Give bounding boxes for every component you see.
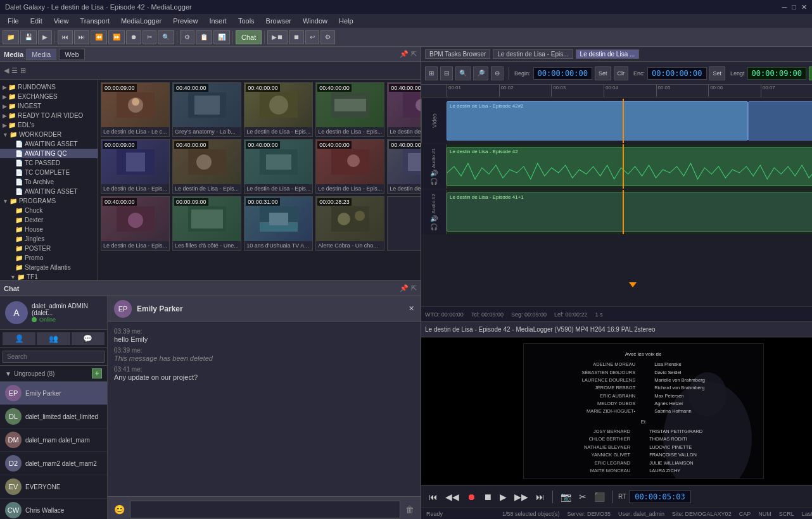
delete-message-button[interactable]: 🗑 xyxy=(403,503,417,516)
menu-tools[interactable]: Tools xyxy=(233,16,260,26)
preview-clip-btn[interactable]: ✂ xyxy=(576,491,589,503)
audio1-speaker-btn[interactable]: 🔊 xyxy=(430,170,438,177)
thumb-14[interactable]: 00:00:28:23 Alerte Cobra - Un cho... xyxy=(315,196,384,251)
toolbar-btn-3[interactable]: ▶ xyxy=(38,30,52,44)
toolbar-btn-8[interactable]: ⏺ xyxy=(126,30,141,44)
thumb-5[interactable]: 00:40:00:00 Le destin de Lisa - Epis... xyxy=(387,82,421,137)
tree-item-awaiting-asset2[interactable]: 📄 AWAITING ASSET xyxy=(0,187,98,196)
menu-view[interactable]: View xyxy=(49,16,74,26)
thumb-11[interactable]: 00:40:00:00 Le destin de Lisa - Epis... xyxy=(101,196,170,251)
toolbar-btn-11[interactable]: ⚙ xyxy=(180,30,194,44)
thumb-7[interactable]: 00:40:00:00 Le destin de Lisa - Epis... xyxy=(172,139,241,194)
chat-tab-rooms[interactable]: 💬 xyxy=(72,332,105,345)
tl-tab-bpm[interactable]: BPM Tasks Browser xyxy=(425,49,490,59)
preview-next-frame-btn[interactable]: ⏭ xyxy=(533,491,547,503)
tree-item-jingles[interactable]: 📁 Jingles xyxy=(0,234,98,244)
toolbar-btn-2[interactable]: 💾 xyxy=(20,30,37,44)
toolbar-btn-15[interactable]: ⏹ xyxy=(289,30,304,44)
audio1-clip[interactable]: Le destin de Lisa - Episode 42 xyxy=(447,147,812,186)
menu-transport[interactable]: Transport xyxy=(75,16,115,26)
length-btn[interactable]: ▶ xyxy=(809,66,812,80)
video-track-content[interactable]: Le destin de Lisa - Episode 42#2 xyxy=(447,99,812,143)
minimize-btn[interactable]: ─ xyxy=(782,3,787,11)
media-tab-media[interactable]: Media xyxy=(26,49,56,60)
add-contact-button[interactable]: + xyxy=(92,368,102,378)
preview-mark-btn[interactable]: ⬛ xyxy=(592,491,607,503)
tree-item-ingest[interactable]: ▶📁 INGEST xyxy=(0,101,98,111)
preview-stop-btn[interactable]: ⏹ xyxy=(481,491,495,503)
thumb-8[interactable]: 00:40:00:00 Le destin de Lisa - Epis... xyxy=(244,139,313,194)
chat-button[interactable]: Chat xyxy=(236,30,262,44)
contact-chris-wallace[interactable]: CW Chris Wallace xyxy=(0,499,107,519)
audio1-headphone-btn[interactable]: 🎧 xyxy=(430,178,438,185)
menu-insert[interactable]: Insert xyxy=(204,16,232,26)
tl-btn-zoom-in[interactable]: 🔎 xyxy=(473,66,488,80)
toolbar-btn-1[interactable]: 📁 xyxy=(3,30,19,44)
thumb-4[interactable]: 00:40:00:00 Le destin de Lisa - Epis... xyxy=(315,82,384,137)
begin-set-btn[interactable]: Set xyxy=(595,66,611,80)
thumb-1[interactable]: 00:00:09:00 Le destin de Lisa - Le c... xyxy=(101,82,170,137)
toolbar-btn-7[interactable]: ⏩ xyxy=(108,30,125,44)
media-tab-web[interactable]: Web xyxy=(59,49,84,60)
media-pin-icon[interactable]: 📌 xyxy=(400,50,409,58)
chat-tab-groups[interactable]: 👥 xyxy=(37,332,70,345)
close-btn[interactable]: ✕ xyxy=(801,3,807,11)
end-set-btn[interactable]: Set xyxy=(709,66,726,80)
tree-item-tc-complete[interactable]: 📄 TC COMPLETE xyxy=(0,168,98,177)
message-input[interactable] xyxy=(130,501,400,518)
emoji-button[interactable]: 😊 xyxy=(111,503,127,516)
tree-item-to-archive[interactable]: 📄 To Archive xyxy=(0,177,98,187)
contact-everyone[interactable]: EV EVERYONE xyxy=(0,475,107,499)
toolbar-btn-4[interactable]: ⏮ xyxy=(58,30,73,44)
tree-item-chuck[interactable]: 📁 Chuck xyxy=(0,206,98,215)
chat-pin-icon[interactable]: 📌 xyxy=(400,284,409,292)
audio1-track-content[interactable]: Le destin de Lisa - Episode 42 xyxy=(447,144,812,189)
tl-btn-in[interactable]: ⊞ xyxy=(425,66,438,80)
tree-item-programs[interactable]: ▼📁 PROGRAMS xyxy=(0,196,98,206)
toolbar-btn-12[interactable]: 📋 xyxy=(196,30,212,44)
tree-item-dexter[interactable]: 📁 Dexter xyxy=(0,215,98,225)
audio2-clip[interactable]: Le destin de Lisa - Episode 41+1 xyxy=(447,192,812,232)
menu-browser[interactable]: Browser xyxy=(261,16,296,26)
chat-tab-users[interactable]: 👤 xyxy=(3,332,35,345)
toolbar-btn-10[interactable]: 🔍 xyxy=(158,30,174,44)
audio2-track-content[interactable]: Le destin de Lisa - Episode 41+1 xyxy=(447,190,812,234)
tree-item-house[interactable]: 📁 House xyxy=(0,225,98,234)
tl-btn-zoom-out[interactable]: ⊖ xyxy=(491,66,504,80)
tree-item-rundowns[interactable]: ▶📁 RUNDOWNS xyxy=(0,82,98,92)
contact-dalet-limited[interactable]: DL dalet_limited dalet_limited xyxy=(0,405,107,428)
tl-btn-zoom[interactable]: 🔍 xyxy=(455,66,471,80)
menu-file[interactable]: File xyxy=(3,16,24,26)
thumb-3[interactable]: 00:40:00:00 Le destin de Lisa - Epis... xyxy=(244,82,313,137)
toolbar-btn-17[interactable]: ⚙ xyxy=(320,30,335,44)
contact-dalet-mam[interactable]: DM dalet_mam dalet_mam xyxy=(0,428,107,452)
thumb-10[interactable]: 00:40:00:00 Le destin de Lisa - Epis... xyxy=(387,139,421,194)
toolbar-btn-9[interactable]: ✂ xyxy=(143,30,156,44)
toolbar-btn-5[interactable]: ⏭ xyxy=(74,30,89,44)
tree-item-edls[interactable]: ▶📁 EDL's xyxy=(0,120,98,130)
audio2-headphone-btn[interactable]: 🎧 xyxy=(430,223,438,230)
nav-grid-icon[interactable]: ⊞ xyxy=(20,66,26,75)
contact-emily-parker[interactable]: EP Emily Parker xyxy=(0,382,107,405)
chat-expand-icon[interactable]: ⇱ xyxy=(411,284,417,292)
tree-item-tc-passed[interactable]: 📄 TC PASSED xyxy=(0,158,98,168)
tl-tab-ep42-2[interactable]: Le destin de Lisa ... xyxy=(576,49,640,59)
tree-item-promo[interactable]: 📁 Promo xyxy=(0,253,98,263)
media-expand-icon[interactable]: ⇱ xyxy=(411,50,417,58)
tree-item-stargate[interactable]: 📁 Stargate Atlantis xyxy=(0,263,98,272)
toolbar-btn-14[interactable]: ▶⏹ xyxy=(267,30,288,44)
preview-record-btn[interactable]: ⏺ xyxy=(464,491,478,503)
toolbar-btn-13[interactable]: 📊 xyxy=(213,30,230,44)
menu-edit[interactable]: Edit xyxy=(25,16,48,26)
tree-item-poster[interactable]: 📁 POSTER xyxy=(0,244,98,253)
contact-dalet-mam2[interactable]: D2 dalet_mam2 dalet_mam2 xyxy=(0,452,107,475)
tl-tab-ep42[interactable]: Le destin de Lisa - Epis... xyxy=(493,49,573,59)
nav-back-icon[interactable]: ◀ xyxy=(4,66,9,75)
menu-help[interactable]: Help xyxy=(334,16,358,26)
menu-medialogger[interactable]: MediaLogger xyxy=(116,16,167,26)
menu-window[interactable]: Window xyxy=(298,16,333,26)
preview-play-btn[interactable]: ▶ xyxy=(497,491,509,503)
menu-preview[interactable]: Preview xyxy=(168,16,203,26)
tree-item-workorder[interactable]: ▼📁 WORKORDER xyxy=(0,130,98,139)
thumb-6[interactable]: 00:00:09:00 Le destin de Lisa - Epis... xyxy=(101,139,170,194)
